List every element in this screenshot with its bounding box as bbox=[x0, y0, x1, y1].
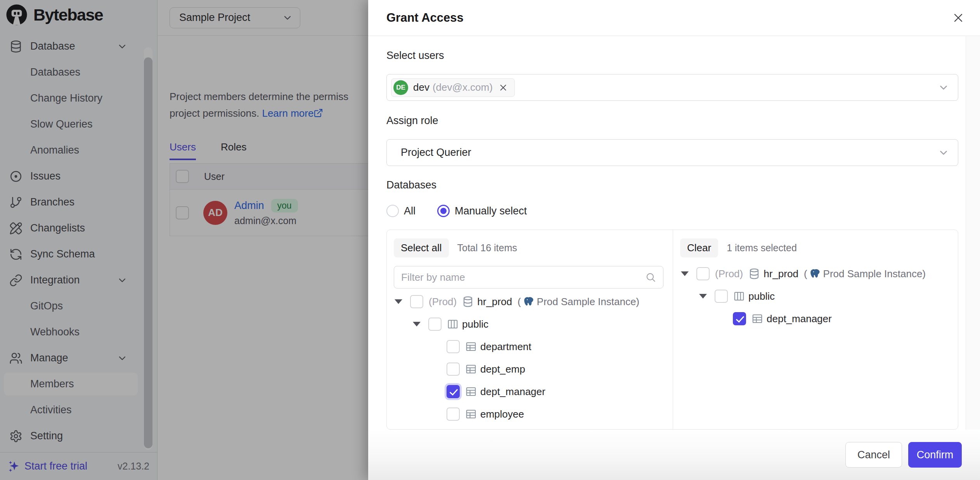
instance-paren: ( bbox=[518, 296, 521, 308]
table-icon bbox=[465, 363, 477, 375]
database-icon bbox=[748, 268, 760, 280]
selected-user-chip[interactable]: DE dev (dev@x.com) bbox=[391, 78, 515, 97]
table-name: department bbox=[480, 341, 532, 353]
radio-all-label: All bbox=[404, 205, 416, 217]
env-label: (Prod) bbox=[715, 268, 743, 280]
modal-scrollbar-track[interactable] bbox=[966, 36, 980, 430]
caret-down-icon[interactable] bbox=[395, 299, 402, 304]
selected-pane: Clear 1 items selected (Prod) hr_prod ( bbox=[673, 230, 958, 429]
checkbox[interactable] bbox=[410, 295, 423, 308]
postgresql-icon bbox=[523, 296, 535, 307]
radio-manually-select[interactable] bbox=[437, 205, 450, 217]
table-icon bbox=[465, 408, 477, 420]
instance-name: Prod Sample Instance) bbox=[537, 296, 639, 308]
cancel-button[interactable]: Cancel bbox=[845, 442, 902, 468]
radio-all[interactable] bbox=[386, 205, 399, 217]
checkbox-checked[interactable] bbox=[447, 385, 460, 398]
tree-row-schema[interactable]: public bbox=[673, 285, 958, 307]
table-icon bbox=[465, 386, 477, 397]
tree-row-database[interactable]: (Prod) hr_prod ( Prod Sample Instance) bbox=[387, 290, 673, 313]
radio-manual-label: Manually select bbox=[455, 205, 527, 217]
select-users-input[interactable]: DE dev (dev@x.com) bbox=[386, 74, 958, 101]
instance-name: Prod Sample Instance) bbox=[823, 268, 926, 280]
database-scope-radios: All Manually select bbox=[386, 205, 527, 217]
database-name: hr_prod bbox=[477, 296, 512, 308]
table-icon bbox=[465, 341, 477, 352]
table-name: dept_manager bbox=[480, 386, 545, 398]
checkbox[interactable] bbox=[428, 318, 442, 331]
remove-user-icon[interactable] bbox=[498, 83, 508, 93]
database-name: hr_prod bbox=[764, 268, 798, 280]
schema-icon bbox=[733, 290, 745, 302]
assign-role-label: Assign role bbox=[386, 115, 438, 127]
caret-down-icon[interactable] bbox=[413, 322, 421, 326]
checkbox-checked[interactable] bbox=[733, 312, 746, 325]
user-avatar: DE bbox=[393, 80, 408, 95]
database-transfer-panel: Select all Total 16 items (Prod) hr_prod bbox=[386, 230, 958, 430]
user-email: (dev@x.com) bbox=[433, 81, 493, 93]
table-name: dept_emp bbox=[480, 363, 525, 375]
user-name: dev bbox=[413, 81, 429, 93]
chevron-down-icon bbox=[938, 147, 949, 159]
confirm-button[interactable]: Confirm bbox=[908, 442, 962, 468]
tree-row-table[interactable]: dept_emp bbox=[387, 358, 673, 380]
tree-row-table[interactable]: employee bbox=[387, 403, 673, 425]
schema-icon bbox=[447, 318, 459, 330]
tree-row-schema[interactable]: public bbox=[387, 313, 673, 335]
clear-button[interactable]: Clear bbox=[680, 238, 718, 257]
tree-row-table[interactable]: dept_manager bbox=[387, 380, 673, 403]
modal-footer: Cancel Confirm bbox=[368, 430, 980, 480]
checkbox[interactable] bbox=[715, 290, 728, 303]
filter-input[interactable] bbox=[401, 271, 645, 283]
database-icon bbox=[462, 296, 474, 307]
selected-count-label: 1 items selected bbox=[727, 242, 797, 254]
chevron-down-icon bbox=[938, 82, 949, 93]
select-all-button[interactable]: Select all bbox=[394, 238, 449, 257]
role-select[interactable]: Project Querier bbox=[386, 139, 958, 166]
tree-row-table[interactable]: department bbox=[387, 335, 673, 358]
databases-label: Databases bbox=[386, 179, 436, 191]
checkbox[interactable] bbox=[447, 363, 460, 376]
checkbox[interactable] bbox=[696, 267, 710, 280]
caret-down-icon[interactable] bbox=[699, 294, 707, 299]
table-name: dept_manager bbox=[767, 313, 832, 325]
tree-row-database[interactable]: (Prod) hr_prod ( Prod Sample Instance) bbox=[673, 262, 958, 285]
select-users-label: Select users bbox=[386, 50, 444, 62]
table-name: employee bbox=[480, 408, 524, 420]
checkbox[interactable] bbox=[447, 340, 460, 353]
modal-header: Grant Access bbox=[368, 0, 980, 36]
postgresql-icon bbox=[810, 268, 821, 280]
source-pane: Select all Total 16 items (Prod) hr_prod bbox=[387, 230, 673, 429]
schema-name: public bbox=[748, 290, 775, 302]
caret-down-icon[interactable] bbox=[681, 271, 689, 276]
instance-paren: ( bbox=[804, 268, 807, 280]
close-icon[interactable] bbox=[951, 11, 965, 25]
total-items-label: Total 16 items bbox=[457, 242, 517, 254]
modal-title: Grant Access bbox=[386, 11, 464, 25]
table-icon bbox=[751, 313, 763, 325]
role-select-value: Project Querier bbox=[401, 147, 471, 159]
env-label: (Prod) bbox=[429, 296, 457, 308]
tree-row-table[interactable]: dept_manager bbox=[673, 307, 958, 330]
schema-name: public bbox=[462, 318, 488, 330]
grant-access-modal: Grant Access Select users DE dev (dev@x.… bbox=[368, 0, 980, 480]
checkbox[interactable] bbox=[447, 407, 460, 421]
filter-input-wrapper bbox=[394, 266, 663, 288]
search-icon bbox=[645, 272, 656, 283]
